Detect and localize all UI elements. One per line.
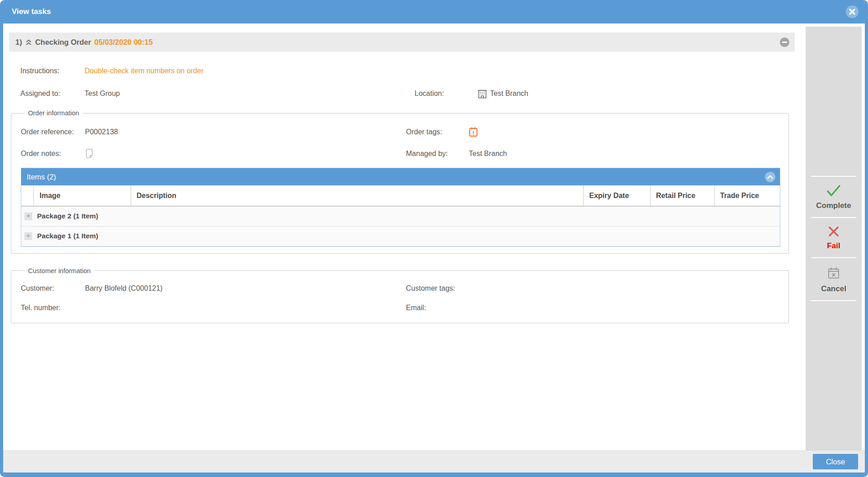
green-check-icon	[825, 184, 842, 197]
col-expiry-date: Expiry Date	[584, 185, 651, 206]
dialog-close-icon[interactable]	[846, 5, 859, 18]
task-name: Checking Order	[35, 38, 91, 47]
assigned-to-value: Test Group	[85, 90, 120, 98]
customer-value: Barry Blofeld (C000121)	[85, 284, 163, 293]
task-panel: 1) Checking Order 05/03/2020 00:15 Instr…	[3, 24, 806, 450]
calendar-alert-icon[interactable]	[469, 127, 478, 137]
expand-plus-icon[interactable]: +	[24, 232, 32, 240]
complete-button[interactable]: Complete	[806, 177, 862, 217]
package-row-label: Package 2 (1 Item)	[37, 212, 98, 220]
order-notes-label: Order notes:	[21, 150, 85, 158]
customer-label: Customer:	[21, 284, 85, 293]
col-retail-price: Retail Price	[651, 185, 715, 206]
package-row[interactable]: + Package 1 (1 Item)	[21, 226, 780, 246]
expand-plus-icon[interactable]: +	[24, 213, 32, 220]
cancel-button[interactable]: Cancel	[806, 258, 862, 300]
order-reference-label: Order reference:	[21, 128, 85, 136]
view-tasks-dialog: View tasks 1) Checking Order 05/03/2020 …	[0, 0, 868, 477]
items-table: Image Description Expiry Date Retail Pri…	[21, 185, 780, 246]
location-value: Test Branch	[490, 90, 528, 98]
customer-information-legend: Customer information	[24, 267, 94, 274]
dialog-titlebar: View tasks	[3, 0, 865, 24]
double-chevron-up-icon	[25, 39, 32, 46]
col-trade-price: Trade Price	[714, 185, 780, 206]
assigned-to-label: Assigned to:	[20, 90, 85, 98]
branch-building-icon	[477, 89, 487, 99]
customer-tags-label: Customer tags:	[406, 284, 469, 293]
items-header-bar[interactable]: Items (2)	[21, 168, 780, 185]
package-row-label: Package 1 (1 Item)	[37, 232, 98, 240]
items-table-header-row: Image Description Expiry Date Retail Pri…	[21, 185, 780, 206]
package-row[interactable]: + Package 2 (1 Item)	[21, 206, 780, 226]
calendar-x-icon	[826, 266, 841, 280]
order-information-section: Order information Order reference: P0002…	[11, 109, 789, 254]
task-datetime: 05/03/2020 00:15	[94, 38, 152, 47]
email-label: Email:	[406, 304, 469, 312]
order-tags-label: Order tags:	[406, 128, 469, 136]
instructions-value: Double-check item numbers on order	[85, 67, 203, 75]
dialog-title: View tasks	[12, 7, 846, 16]
customer-information-section: Customer information Customer: Barry Blo…	[11, 267, 789, 323]
x-icon	[849, 9, 855, 15]
col-expander	[21, 185, 34, 206]
col-image: Image	[34, 185, 131, 206]
items-section: Items (2)	[21, 168, 780, 247]
red-x-icon	[828, 226, 840, 237]
dialog-footer: Close	[3, 450, 865, 472]
instructions-label: Instructions:	[20, 67, 85, 75]
divider	[811, 300, 856, 301]
order-information-legend: Order information	[24, 109, 83, 117]
location-label: Location:	[415, 90, 477, 98]
task-number: 1)	[15, 38, 22, 47]
chevron-up-circle-icon[interactable]	[765, 172, 775, 182]
managed-by-value: Test Branch	[469, 150, 507, 158]
minus-circle-icon[interactable]	[780, 38, 789, 47]
fail-button[interactable]: Fail	[806, 218, 862, 257]
task-actions-sidebar: Complete Fail Cancel	[806, 27, 862, 450]
task-header-bar[interactable]: 1) Checking Order 05/03/2020 00:15	[9, 33, 795, 52]
note-page-icon[interactable]	[85, 148, 94, 159]
tel-number-label: Tel. number:	[21, 304, 85, 312]
cancel-button-label: Cancel	[821, 284, 846, 293]
chevron-up-icon	[767, 175, 773, 179]
items-header-title: Items (2)	[27, 173, 56, 181]
managed-by-label: Managed by:	[406, 150, 469, 158]
col-description: Description	[131, 185, 583, 206]
fail-button-label: Fail	[827, 241, 840, 250]
close-button[interactable]: Close	[813, 454, 858, 469]
order-reference-value: P0002138	[85, 128, 118, 136]
complete-button-label: Complete	[816, 201, 851, 210]
